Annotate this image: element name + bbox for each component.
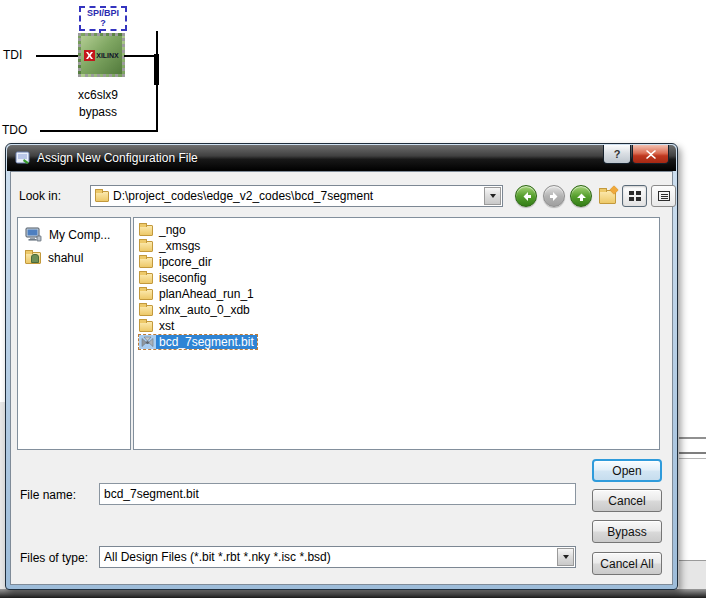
xilinx-x-icon <box>84 50 95 61</box>
folder-icon <box>139 321 153 332</box>
person-icon <box>31 254 39 263</box>
open-button-label: Open <box>612 464 641 478</box>
look-in-dropdown-button[interactable] <box>484 187 501 205</box>
xilinx-logo: XILINX <box>84 50 119 61</box>
close-button[interactable] <box>632 145 669 164</box>
open-button[interactable]: Open <box>592 459 662 482</box>
file-item-label: xst <box>159 319 174 333</box>
grid-view-icon <box>629 191 641 201</box>
detail-view-button[interactable] <box>622 185 647 207</box>
up-one-level-button[interactable] <box>570 185 592 207</box>
folder-icon <box>139 225 153 236</box>
file-item[interactable]: _xmsgs <box>134 238 659 254</box>
chevron-down-icon <box>490 194 496 198</box>
file-item[interactable]: planAhead_run_1 <box>134 286 659 302</box>
dialog-title: Assign New Configuration File <box>37 151 198 165</box>
dialog-client-area: Look in: D:\project_codes\edge_v2_codes\… <box>10 171 673 585</box>
files-of-type-combobox[interactable]: All Design Files (*.bit *.rbt *.nky *.is… <box>99 546 576 568</box>
jtag-wire-thick-segment <box>154 54 159 85</box>
arrow-up-icon <box>576 191 587 202</box>
jtag-wire-out <box>124 55 157 57</box>
device-mode: bypass <box>60 105 136 119</box>
arrow-left-icon <box>521 191 532 202</box>
list-view-button[interactable] <box>651 185 676 207</box>
file-name-input[interactable] <box>99 483 576 505</box>
background-window-bottom-edge <box>0 589 706 598</box>
tdo-label: TDO <box>2 123 27 137</box>
files-of-type-dropdown-button[interactable] <box>557 548 574 566</box>
cancel-all-button-label: Cancel All <box>600 557 653 571</box>
look-in-combobox[interactable]: D:\project_codes\edge_v2_codes\bcd_7segm… <box>90 185 503 207</box>
background-window-edge <box>679 458 706 459</box>
user-folder-icon <box>25 252 41 264</box>
background-window-panel <box>679 560 706 592</box>
chevron-down-icon <box>563 555 569 559</box>
jtag-wire-tdo <box>40 130 158 132</box>
file-item-label: _ngo <box>159 223 186 237</box>
bitstream-file-icon <box>139 335 156 349</box>
xilinx-logo-text: XILINX <box>96 52 119 59</box>
file-item-label: _xmsgs <box>159 239 200 253</box>
help-button[interactable]: ? <box>603 145 631 164</box>
sidebar-item-my-computer[interactable]: My Comp... <box>18 223 130 246</box>
cancel-button[interactable]: Cancel <box>592 489 662 512</box>
sidebar-item-label: My Comp... <box>49 228 110 242</box>
folder-icon <box>139 289 153 300</box>
spi-bpi-question: ? <box>81 18 125 28</box>
bypass-button[interactable]: Bypass <box>592 520 662 543</box>
cancel-button-label: Cancel <box>608 494 645 508</box>
spi-bpi-label: SPI/BPI <box>81 8 125 18</box>
sparkle-icon <box>610 186 618 194</box>
file-item[interactable]: _ngo <box>134 222 659 238</box>
new-folder-icon <box>599 190 616 204</box>
dialog-icon <box>15 150 31 166</box>
file-item[interactable]: xst <box>134 318 659 334</box>
cancel-all-button[interactable]: Cancel All <box>592 552 662 575</box>
file-item-label: planAhead_run_1 <box>159 287 254 301</box>
assign-configuration-file-dialog: Assign New Configuration File ? Look in:… <box>5 143 678 590</box>
close-icon <box>646 145 656 163</box>
bypass-button-label: Bypass <box>607 525 646 539</box>
xilinx-device-icon[interactable]: XILINX <box>78 33 125 77</box>
arrow-right-icon <box>549 191 560 202</box>
file-item-selected[interactable]: bcd_7segment.bit <box>134 334 659 350</box>
file-item-label: bcd_7segment.bit <box>156 335 257 349</box>
files-of-type-value: All Design Files (*.bit *.rbt *.nky *.is… <box>104 550 331 564</box>
folder-icon <box>139 273 153 284</box>
files-of-type-label: Files of type: <box>20 551 88 565</box>
folder-icon <box>139 305 153 316</box>
look-in-path: D:\project_codes\edge_v2_codes\bcd_7segm… <box>113 189 373 203</box>
folder-icon <box>139 257 153 268</box>
create-new-folder-button[interactable] <box>598 185 620 206</box>
background-window-edge <box>679 452 706 454</box>
forward-button[interactable] <box>543 185 565 207</box>
places-sidebar[interactable]: My Comp... shahul <box>17 217 131 450</box>
file-item-label: iseconfig <box>159 271 206 285</box>
device-name: xc6slx9 <box>60 88 136 102</box>
background-window-edge <box>679 437 706 439</box>
selection-highlight: bcd_7segment.bit <box>138 334 258 350</box>
spi-bpi-flash-placeholder[interactable]: SPI/BPI ? <box>79 6 127 31</box>
file-item-label: ipcore_dir <box>159 255 212 269</box>
back-button[interactable] <box>515 185 537 207</box>
file-item[interactable]: ipcore_dir <box>134 254 659 270</box>
tdi-label: TDI <box>3 48 22 62</box>
file-name-label: File name: <box>20 488 76 502</box>
file-item-label: xlnx_auto_0_xdb <box>159 303 250 317</box>
file-list[interactable]: _ngo _xmsgs ipcore_dir iseconfig planAhe… <box>133 217 660 450</box>
computer-icon <box>25 227 42 242</box>
folder-icon <box>139 241 153 252</box>
folder-icon <box>95 191 109 202</box>
file-item[interactable]: xlnx_auto_0_xdb <box>134 302 659 318</box>
help-icon: ? <box>614 148 621 160</box>
sidebar-item-label: shahul <box>48 251 83 265</box>
look-in-label: Look in: <box>19 189 61 203</box>
list-view-icon <box>658 191 670 201</box>
jtag-wire-tdi <box>36 55 78 57</box>
sidebar-item-shahul[interactable]: shahul <box>18 246 130 269</box>
file-item[interactable]: iseconfig <box>134 270 659 286</box>
dialog-titlebar[interactable]: Assign New Configuration File <box>7 145 676 171</box>
